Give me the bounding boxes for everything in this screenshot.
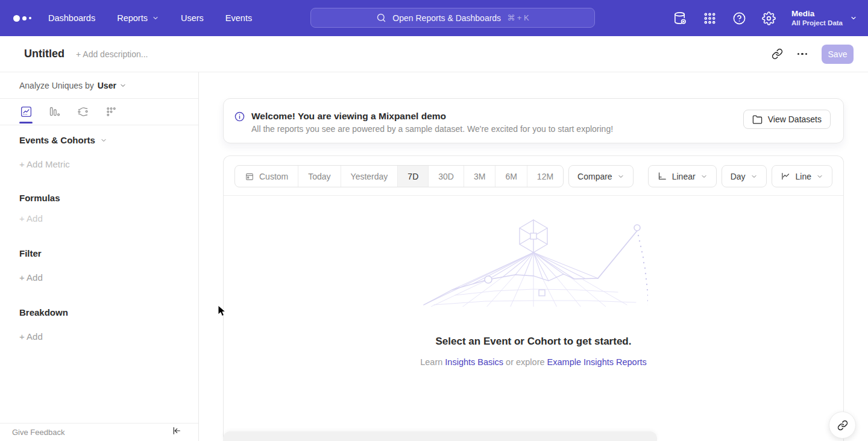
analyze-prefix-label: Analyze Uniques by [19, 81, 94, 90]
link-icon [837, 420, 848, 431]
global-search-input[interactable]: Open Reports & Dashboards ⌘ + K [310, 8, 595, 28]
demo-welcome-banner: Welcome! You are viewing a Mixpanel demo… [223, 98, 844, 143]
date-range-12m[interactable]: 12M [527, 166, 563, 187]
report-title[interactable]: Untitled [24, 48, 64, 60]
report-header: Untitled + Add description... Save [0, 36, 868, 72]
insights-chart-icon [20, 105, 33, 118]
chevron-down-icon [152, 14, 159, 22]
nav-events[interactable]: Events [225, 13, 252, 23]
query-builder-sidebar: Analyze Uniques by User [0, 72, 199, 441]
filter-label: Filter [19, 248, 42, 258]
info-icon [234, 111, 245, 122]
view-datasets-label: View Datasets [768, 114, 822, 124]
sidebar-footer: Give Feedback [0, 423, 198, 441]
data-management-icon[interactable] [673, 11, 687, 25]
primary-nav: Dashboards Reports Users Events [48, 13, 252, 23]
project-name: Media [791, 8, 843, 19]
interval-label: Day [731, 172, 746, 181]
breakdown-section-header: Breakdown [19, 307, 198, 317]
save-button[interactable]: Save [822, 45, 854, 64]
view-datasets-button[interactable]: View Datasets [743, 110, 831, 129]
report-description-input[interactable]: + Add description... [76, 49, 148, 59]
tab-retention[interactable] [104, 101, 118, 124]
copy-link-icon[interactable] [772, 48, 783, 60]
add-metric-button[interactable]: + Add Metric [19, 159, 198, 169]
chart-type-label: Line [796, 172, 811, 181]
chevron-down-icon [700, 173, 708, 180]
banner-title: Welcome! You are viewing a Mixpanel demo [251, 110, 613, 122]
top-navbar: Dashboards Reports Users Events Open Rep… [0, 0, 868, 36]
folder-icon [752, 114, 763, 125]
scale-label: Linear [672, 172, 696, 181]
date-range-30d[interactable]: 30D [428, 166, 464, 187]
help-icon[interactable] [732, 11, 746, 25]
insights-chart-card: Custom Today Yesterday 7D 30D 3M 6M 12M … [223, 155, 844, 441]
compare-button[interactable]: Compare [568, 165, 634, 187]
chart-type-dropdown[interactable]: Line [772, 165, 832, 187]
filter-section-header: Filter [19, 248, 198, 258]
formulas-label: Formulas [19, 193, 60, 203]
add-formula-button[interactable]: + Add [19, 213, 198, 224]
nav-dashboards[interactable]: Dashboards [48, 13, 95, 23]
example-insights-reports-link[interactable]: Example Insights Reports [547, 357, 647, 367]
date-range-custom[interactable]: Custom [235, 166, 298, 187]
tab-flows[interactable] [76, 101, 89, 124]
analyze-entity-dropdown[interactable]: User [98, 81, 127, 90]
chevron-down-icon [119, 82, 127, 89]
add-breakdown-button[interactable]: + Add [19, 331, 198, 342]
flows-icon [77, 105, 89, 118]
learn-prefix: Learn [420, 357, 442, 367]
insights-basics-link[interactable]: Insights Basics [445, 357, 503, 367]
search-placeholder: Open Reports & Dashboards [392, 13, 501, 23]
report-header-actions: Save [772, 45, 854, 64]
app-grid-icon[interactable] [703, 11, 717, 25]
date-range-3m[interactable]: 3M [464, 166, 495, 187]
formulas-section-header: Formulas [19, 193, 198, 203]
scale-dropdown[interactable]: Linear [648, 165, 717, 187]
project-switcher[interactable]: Media All Project Data [791, 8, 857, 28]
report-main-area: Welcome! You are viewing a Mixpanel demo… [199, 72, 868, 441]
date-range-6m[interactable]: 6M [495, 166, 526, 187]
chevron-down-icon [816, 173, 823, 180]
settings-icon[interactable] [762, 11, 776, 25]
breakdown-label: Breakdown [19, 307, 68, 317]
empty-state-title: Select an Event or Cohort to get started… [224, 336, 843, 348]
date-range-7d[interactable]: 7D [397, 166, 428, 187]
nav-users[interactable]: Users [181, 13, 204, 23]
mixpanel-logo-icon[interactable] [13, 15, 35, 22]
bar-chart-icon [48, 105, 61, 118]
more-options-icon[interactable] [797, 53, 808, 55]
analyze-entity-value: User [98, 81, 116, 90]
add-filter-button[interactable]: + Add [19, 272, 198, 283]
share-link-button[interactable] [829, 411, 856, 439]
nav-reports[interactable]: Reports [117, 13, 159, 23]
events-cohorts-section-header[interactable]: Events & Cohorts [19, 135, 198, 145]
chevron-down-icon [617, 173, 624, 180]
retention-grid-icon [105, 105, 118, 118]
collapse-sidebar-icon[interactable] [172, 426, 181, 436]
empty-state-subtitle: Learn Insights Basics or explore Example… [224, 357, 843, 367]
calendar-icon [245, 172, 254, 181]
chevron-down-icon [750, 173, 758, 180]
give-feedback-link[interactable]: Give Feedback [12, 428, 64, 437]
bottom-panel-edge [223, 431, 657, 441]
date-range-today[interactable]: Today [298, 166, 340, 187]
interval-dropdown[interactable]: Day [722, 165, 767, 187]
mixpanel-app: Dashboards Reports Users Events Open Rep… [0, 0, 868, 441]
project-scope: All Project Data [791, 19, 843, 28]
middle-text: or explore [506, 357, 544, 367]
line-chart-icon [781, 171, 791, 181]
date-range-segmented-control: Custom Today Yesterday 7D 30D 3M 6M 12M [234, 165, 564, 187]
events-cohorts-label: Events & Cohorts [19, 135, 95, 145]
empty-state: Select an Event or Cohort to get started… [224, 196, 843, 367]
nav-reports-label: Reports [117, 13, 148, 23]
visualization-tabs [0, 99, 198, 125]
date-range-yesterday[interactable]: Yesterday [341, 166, 398, 187]
navbar-right: Media All Project Data [673, 0, 857, 36]
date-range-label: Custom [259, 172, 288, 181]
banner-subtitle: All the reports you see are powered by a… [251, 122, 613, 136]
linear-axes-icon [657, 171, 667, 181]
tab-insights[interactable] [19, 101, 33, 124]
chevron-down-icon [100, 137, 107, 144]
tab-funnels[interactable] [48, 101, 61, 124]
